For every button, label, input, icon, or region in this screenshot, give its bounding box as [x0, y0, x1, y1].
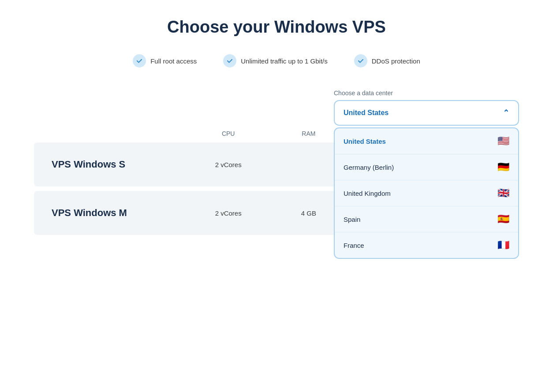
plan-name-vps-m: VPS Windows M — [52, 207, 180, 219]
flag-us: 🇺🇸 — [497, 135, 509, 147]
datacenter-select[interactable]: United States ⌃ — [334, 100, 519, 126]
flag-fr: 🇫🇷 — [497, 239, 509, 251]
dropdown-item-uk[interactable]: United Kingdom 🇬🇧 — [335, 180, 518, 206]
dropdown-item-fr-label: France — [344, 242, 364, 249]
datacenter-wrapper: United States ⌃ United States 🇺🇸 Germany… — [334, 100, 519, 126]
page-title: Choose your Windows VPS — [34, 18, 519, 37]
datacenter-container: Choose a data center United States ⌃ Uni… — [334, 90, 519, 126]
dropdown-item-es[interactable]: Spain 🇪🇸 — [335, 206, 518, 232]
datacenter-label: Choose a data center — [334, 90, 393, 97]
dropdown-item-uk-label: United Kingdom — [344, 190, 391, 197]
flag-uk: 🇬🇧 — [497, 187, 509, 199]
feature-traffic: Unlimited traffic up to 1 Gbit/s — [223, 54, 327, 67]
check-icon-ddos — [354, 54, 367, 67]
feature-ddos: DDoS protection — [354, 54, 420, 67]
feature-root-label: Full root access — [150, 57, 197, 65]
dropdown-item-de-label: Germany (Berlin) — [344, 164, 394, 171]
dropdown-item-es-label: Spain — [344, 216, 360, 223]
dropdown-item-us-label: United States — [344, 138, 386, 145]
datacenter-row: Choose a data center United States ⌃ Uni… — [34, 90, 519, 126]
chevron-up-icon: ⌃ — [503, 108, 509, 118]
plan-cpu-vps-m: 2 vCores — [180, 209, 276, 217]
col-header-ram: RAM — [276, 130, 341, 137]
check-icon-traffic — [223, 54, 236, 67]
feature-root-access: Full root access — [133, 54, 197, 67]
col-header-cpu: CPU — [180, 130, 276, 137]
plan-cpu-vps-s: 2 vCores — [180, 161, 276, 168]
dropdown-item-us[interactable]: United States 🇺🇸 — [335, 128, 518, 154]
datacenter-dropdown: United States 🇺🇸 Germany (Berlin) 🇩🇪 Uni… — [334, 127, 519, 259]
plan-name-vps-s: VPS Windows S — [52, 159, 180, 170]
check-icon-root — [133, 54, 146, 67]
plan-ram-vps-m: 4 GB — [276, 209, 341, 217]
dropdown-item-de[interactable]: Germany (Berlin) 🇩🇪 — [335, 154, 518, 180]
datacenter-selected-value: United States — [344, 109, 389, 117]
flag-de: 🇩🇪 — [497, 161, 509, 173]
feature-traffic-label: Unlimited traffic up to 1 Gbit/s — [241, 57, 327, 65]
flag-es: 🇪🇸 — [497, 213, 509, 225]
dropdown-item-fr[interactable]: France 🇫🇷 — [335, 232, 518, 258]
feature-ddos-label: DDoS protection — [372, 57, 420, 65]
features-row: Full root access Unlimited traffic up to… — [34, 54, 519, 67]
